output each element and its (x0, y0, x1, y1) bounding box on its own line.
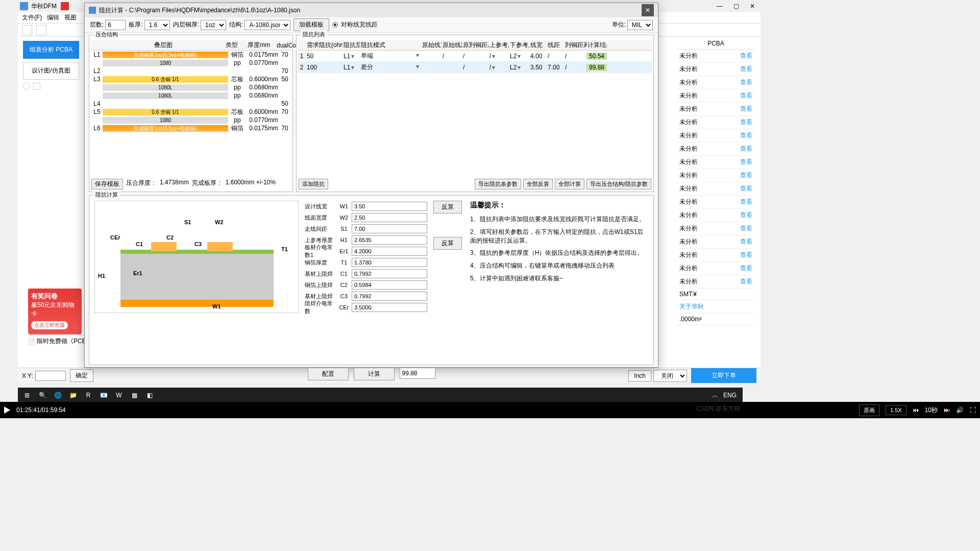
stackup-row[interactable]: 1080pp0.0770mm (91, 59, 290, 67)
promo-card[interactable]: 有奖问卷 赢50元京东购物卡 点击立即答题 (28, 289, 82, 334)
tiny-icon-2[interactable] (33, 83, 40, 90)
tips-panel: 温馨提示： 1、阻抗列表中添加阻抗要求及线宽线距既可计算阻抗是否满足。2、填写好… (470, 201, 648, 360)
calculate-button[interactable]: 计算 (354, 368, 395, 380)
param-row: 基材上阻焊C1 (305, 268, 427, 279)
dialog-close-icon[interactable]: ✕ (642, 4, 654, 16)
save-template-button[interactable]: 保存模板 (91, 179, 123, 189)
speed-button[interactable]: 1.5X (886, 405, 906, 415)
reverse-all-button[interactable]: 全部反算 (523, 179, 553, 189)
result-row: 未分析查看 (676, 116, 755, 129)
result-row: 未分析查看 (676, 196, 755, 209)
export-stack-button[interactable]: 导出压合结构/阻抗参数 (586, 179, 651, 189)
play-icon[interactable] (4, 406, 10, 414)
app-task-icon-2[interactable]: 📧 (96, 388, 111, 402)
param-input-Er1[interactable] (352, 247, 427, 256)
promo-link[interactable]: 📄 限时免费领《PCB (28, 337, 86, 346)
pcba-analysis-button[interactable]: 组装分析 PCBA (23, 41, 79, 59)
watermark: CSDN @东方林 (696, 404, 740, 413)
layers-input[interactable] (105, 20, 126, 30)
param-input-C3[interactable] (352, 292, 427, 301)
volume-icon[interactable]: 🔊 (956, 406, 964, 414)
stackup-row[interactable]: 1080Lpp0.0680mm (91, 83, 290, 91)
order-button[interactable]: 立即下单 (691, 368, 756, 383)
param-input-C2[interactable] (352, 280, 427, 290)
result-row: 未分析查看 (676, 169, 755, 182)
param-row: 走线间距S1 (305, 223, 427, 234)
param-row: 阻焊介电常数CEr (305, 302, 427, 313)
menu-edit[interactable]: 编辑 (47, 13, 59, 22)
result-row: 未分析查看 (676, 249, 755, 262)
app-title: 华秋DFM (31, 2, 57, 11)
about-link[interactable]: 关于华秋 (676, 300, 755, 314)
app-task-icon-5[interactable]: ◧ (142, 388, 157, 402)
stackup-row[interactable]: L30.6 含铜 1/1芯板0.6000mm50 (91, 75, 290, 83)
param-row: 板材介电常数1Er1 (305, 246, 427, 257)
menu-file[interactable]: 文件(F) (22, 13, 42, 22)
param-input-W2[interactable] (352, 213, 427, 222)
reverse-button-S1[interactable]: 反算 (433, 237, 462, 250)
param-input-W1[interactable] (352, 202, 427, 211)
stackup-panel: 压合结构 叠层图 类型 厚度mm dualCop L1完成铜厚1oz(0.5oz… (89, 35, 293, 192)
result-header: PCBA (676, 38, 755, 50)
impedance-footer: 添加阻抗 导出阻抗条参数 全部反算 全部计算 导出压合结构/阻抗参数 (299, 179, 651, 189)
add-impedance-button[interactable]: 添加阻抗 (299, 179, 328, 189)
struct-select[interactable]: A-1080.json (244, 20, 290, 30)
menu-view[interactable]: 视图 (64, 13, 77, 22)
lang-indicator[interactable]: ENG (723, 392, 737, 399)
stackup-row[interactable]: L1完成铜厚1oz(0.5oz+电镀铜)铜箔0.0175mm70 (91, 51, 290, 59)
left-sidebar: 组装分析 PCBA 设计图/仿真图 (18, 38, 84, 90)
fullscreen-icon[interactable]: ⛶ (970, 406, 976, 414)
param-input-T1[interactable] (352, 258, 427, 267)
close-select[interactable]: 关闭 (653, 370, 687, 382)
close-icon[interactable]: ✕ (746, 1, 758, 11)
explorer-icon[interactable]: 📁 (66, 388, 80, 402)
result-row: 未分析查看 (676, 76, 755, 89)
maximize-icon[interactable]: ▢ (730, 1, 742, 11)
tiny-icon-1[interactable] (23, 83, 30, 90)
config-button[interactable]: 配置 (308, 368, 349, 380)
calc-all-button[interactable]: 全部计算 (555, 179, 584, 189)
impedance-dialog: 阻抗计算 - C:\Program Files\HQDFM\impedance\… (84, 3, 658, 368)
app-task-icon-3[interactable]: W (112, 388, 126, 402)
stackup-row[interactable]: L6完成铜厚1oz(0.5oz+电镀铜)铜箔0.0175mm70 (91, 124, 290, 132)
minimize-icon[interactable]: — (714, 1, 726, 11)
param-row: 铜箔厚度T1 (305, 257, 427, 268)
stackup-row[interactable]: 1080pp0.0770mm (91, 116, 290, 124)
edge-icon[interactable]: 🌐 (51, 388, 65, 402)
load-template-button[interactable]: 加载模板 (293, 18, 329, 31)
param-input-H1[interactable] (352, 235, 427, 245)
xy-input[interactable] (35, 371, 66, 381)
start-icon[interactable]: ⊞ (20, 388, 34, 402)
forward-icon[interactable]: ⏭ (944, 406, 950, 414)
param-input-CEr[interactable] (352, 303, 427, 312)
analysis-result-panel: PCBA 未分析查看未分析查看未分析查看未分析查看未分析查看未分析查看未分析查看… (676, 38, 755, 344)
result-row: 未分析查看 (676, 275, 755, 289)
reverse-button-W1[interactable]: 反算 (433, 201, 462, 213)
stackup-row[interactable]: L270 (91, 67, 290, 75)
unit-select[interactable]: MIL (627, 20, 653, 30)
symmetry-radio[interactable] (332, 22, 338, 28)
toolbar-icon-2[interactable] (36, 25, 46, 35)
stackup-row[interactable]: L50.6 含铜 1/1芯板0.6000mm70 (91, 108, 290, 116)
innercu-select[interactable]: 1oz (201, 20, 226, 30)
result-row: 未分析查看 (676, 262, 755, 275)
app-task-icon[interactable]: R (81, 388, 95, 402)
impedance-row[interactable]: 2100L1▾差分▾//▾L2▾3.507.00/99.88 (298, 62, 652, 73)
quality-button[interactable]: 原画 (859, 404, 879, 416)
design-sim-button[interactable]: 设计图/仿真图 (23, 62, 79, 80)
dialog-icon (89, 7, 96, 14)
stackup-row[interactable]: 1080Lpp0.0680mm (91, 91, 290, 100)
result-row: 未分析查看 (676, 89, 755, 103)
export-params-button[interactable]: 导出阻抗条参数 (475, 179, 521, 189)
rewind-icon[interactable]: ⏮ (913, 406, 919, 414)
app-task-icon-4[interactable]: ▦ (127, 388, 141, 402)
search-icon[interactable]: 🔍 (35, 388, 50, 402)
toolbar-icon-1[interactable] (22, 25, 32, 35)
param-input-C1[interactable] (352, 269, 427, 278)
result-output[interactable] (400, 368, 435, 379)
thickness-select[interactable]: 1.6 (144, 20, 170, 30)
stackup-row[interactable]: L450 (91, 100, 290, 108)
tray-chevron-icon[interactable]: ︿ (712, 391, 718, 400)
impedance-row[interactable]: 150L1▾单端▾///▾L2▾4.00//50.54 (298, 51, 652, 62)
param-input-S1[interactable] (352, 224, 427, 233)
